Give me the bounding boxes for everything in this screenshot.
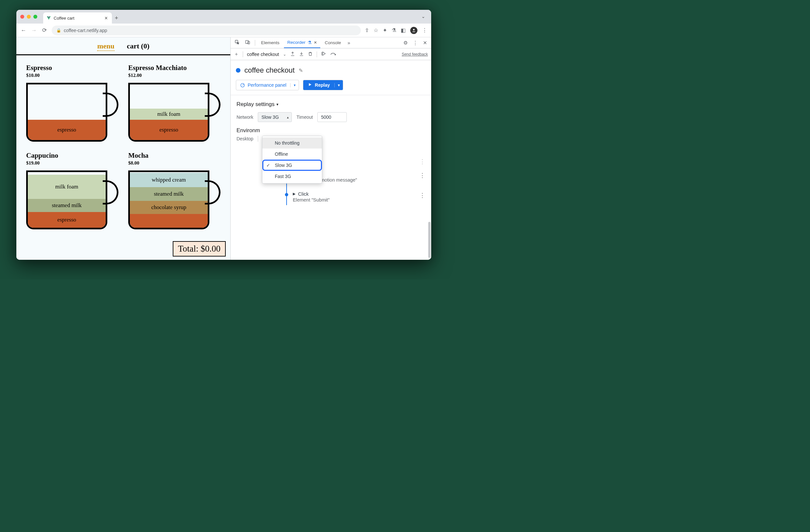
network-option[interactable]: No throttling — [262, 138, 322, 148]
export-icon[interactable] — [290, 51, 295, 57]
device-toggle-icon[interactable] — [243, 39, 252, 46]
cup-illustration: whipped creamsteamed milkchocolate syrup — [128, 171, 209, 229]
flask-icon: ⚗ — [308, 40, 312, 45]
minimize-window[interactable] — [27, 15, 31, 19]
tab-recorder[interactable]: Recorder ⚗ ✕ — [284, 37, 320, 48]
timeout-value: 5000 — [321, 114, 331, 120]
close-tab-icon[interactable]: ✕ — [103, 16, 109, 21]
step-marker-icon — [285, 193, 288, 196]
network-option-label: No throttling — [275, 140, 299, 146]
cup-illustration: espresso — [26, 83, 107, 142]
profile-avatar[interactable] — [410, 27, 418, 34]
record-indicator-icon — [236, 68, 241, 72]
replay-label: Replay — [315, 82, 330, 88]
product-name: Espresso — [26, 64, 118, 72]
product-card[interactable]: Mocha $8.00 whipped creamsteamed milkcho… — [128, 151, 221, 229]
cup-illustration: milk foamespresso — [128, 83, 209, 142]
edit-title-icon[interactable]: ✎ — [299, 67, 303, 74]
share-icon[interactable]: ⇪ — [365, 27, 369, 33]
recording-selector[interactable]: coffee checkout — [247, 52, 279, 57]
product-price: $19.00 — [26, 160, 118, 166]
environment-label: Environm — [237, 127, 260, 134]
network-dropdown-menu: No throttlingOffline✓Slow 3GFast 3G — [262, 136, 322, 183]
cup-layer: chocolate syrup — [130, 201, 208, 214]
product-name: Espresso Macchiato — [128, 64, 221, 72]
replay-button[interactable]: Replay ▾ — [303, 80, 343, 90]
url-field[interactable]: 🔒 coffee-cart.netlify.app — [52, 26, 361, 35]
product-price: $8.00 — [128, 160, 221, 166]
new-tab-button[interactable]: + — [112, 15, 121, 23]
product-grid: Espresso $10.00 espresso Espresso Macchi… — [16, 55, 230, 238]
inspect-icon[interactable] — [232, 39, 242, 46]
step-more-icon[interactable]: ⋮ — [419, 158, 425, 165]
more-tabs-icon[interactable]: » — [345, 40, 352, 46]
extensions-icon[interactable]: ✦ — [383, 27, 387, 33]
cup-layer: milk foam — [130, 109, 208, 120]
product-card[interactable]: Cappucino $19.00 milk foamsteamed milkes… — [26, 151, 118, 229]
recorder-header: coffee checkout ✎ Performance panel ▾ — [231, 60, 431, 95]
browser-tab[interactable]: Coffee cart ✕ — [43, 13, 112, 23]
forward-button[interactable]: → — [31, 27, 37, 34]
network-option[interactable]: Offline — [262, 148, 322, 160]
tab-console[interactable]: Console — [322, 37, 344, 48]
performance-panel-button[interactable]: Performance panel ▾ — [236, 80, 299, 90]
lock-icon: 🔒 — [56, 28, 61, 33]
step-row[interactable]: ▶ Click Element "Submit" ⋮ — [273, 189, 425, 208]
replay-dropdown[interactable]: ▾ — [334, 83, 343, 87]
tabs-menu-icon[interactable]: ⌄ — [421, 14, 425, 19]
labs-icon[interactable]: ⚗ — [392, 27, 396, 33]
send-feedback-link[interactable]: Send feedback — [402, 52, 428, 57]
step-more-icon[interactable]: ⋮ — [419, 172, 425, 179]
maximize-window[interactable] — [33, 15, 37, 19]
close-window[interactable] — [20, 15, 24, 19]
svg-point-4 — [335, 54, 335, 55]
back-button[interactable]: ← — [20, 27, 27, 34]
network-option[interactable]: ✓Slow 3G — [262, 160, 322, 171]
cup-layer: whipped cream — [130, 173, 208, 187]
settings-icon[interactable]: ⚙ — [401, 40, 409, 46]
network-option-label: Fast 3G — [275, 174, 291, 179]
close-tab-icon[interactable]: ✕ — [314, 40, 317, 45]
import-icon[interactable] — [299, 51, 304, 57]
cup-layer: milk foam — [28, 175, 106, 199]
timeout-input[interactable]: 5000 — [317, 112, 347, 122]
product-price: $10.00 — [26, 72, 118, 78]
delete-icon[interactable] — [308, 51, 313, 57]
cup-layer: steamed milk — [130, 187, 208, 201]
product-card[interactable]: Espresso Macchiato $12.00 milk foamespre… — [128, 64, 221, 142]
recording-title: coffee checkout — [244, 66, 295, 75]
caret-down-icon: ▾ — [276, 102, 278, 107]
site-nav: menu cart (0) — [16, 37, 230, 55]
step-play-icon[interactable] — [321, 51, 326, 57]
network-option[interactable]: Fast 3G — [262, 171, 322, 182]
panel-icon[interactable]: ◧ — [401, 27, 406, 33]
tab-elements[interactable]: Elements — [258, 37, 283, 48]
devtools-panel: Elements Recorder ⚗ ✕ Console » ⚙ ⋮ ✕ ＋ … — [230, 37, 431, 260]
product-name: Mocha — [128, 151, 221, 160]
network-select[interactable]: Slow 3G — [258, 112, 292, 122]
network-option-label: Offline — [275, 151, 288, 157]
window-controls — [20, 10, 43, 23]
product-card[interactable]: Espresso $10.00 espresso — [26, 64, 118, 142]
bookmark-icon[interactable]: ☆ — [374, 27, 378, 33]
close-devtools-icon[interactable]: ✕ — [421, 40, 429, 46]
performance-panel-dropdown[interactable]: ▾ — [290, 83, 299, 87]
nav-cart[interactable]: cart (0) — [127, 42, 149, 51]
replay-settings-title[interactable]: Replay settings ▾ — [237, 101, 425, 108]
recording-dropdown-icon[interactable]: ⌄ — [283, 52, 286, 57]
devtools-menu-icon[interactable]: ⋮ — [411, 40, 420, 46]
cup-layer: espresso — [28, 212, 106, 228]
step-over-icon[interactable] — [330, 51, 336, 57]
step-more-icon[interactable]: ⋮ — [419, 192, 425, 199]
network-option-label: Slow 3G — [275, 163, 292, 168]
nav-menu[interactable]: menu — [97, 42, 114, 51]
scrollbar[interactable] — [428, 222, 431, 258]
add-recording-icon[interactable]: ＋ — [234, 51, 239, 57]
browser-window: Coffee cart ✕ + ⌄ ← → ⟳ 🔒 coffee-cart.ne… — [16, 10, 431, 260]
gauge-icon — [240, 83, 245, 88]
expand-icon[interactable]: ▶ — [293, 192, 295, 196]
browser-menu-icon[interactable]: ⋮ — [422, 27, 427, 33]
total-badge[interactable]: Total: $0.00 — [173, 241, 226, 257]
reload-button[interactable]: ⟳ — [41, 27, 48, 34]
performance-panel-label: Performance panel — [248, 82, 286, 88]
